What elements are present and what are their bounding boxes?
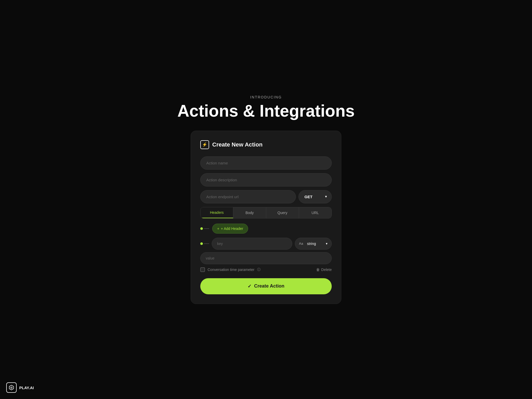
logo-icon xyxy=(6,382,17,393)
checkmark-icon: ✓ xyxy=(248,283,251,289)
bolt-icon: ⚡ xyxy=(200,140,209,149)
line-connector-2 xyxy=(204,243,209,244)
action-description-group xyxy=(200,173,332,187)
trash-icon: 🗑 xyxy=(316,268,320,272)
conversation-time-checkbox[interactable] xyxy=(200,267,205,272)
checkbox-row: Conversation time parameter ⓘ 🗑 Delete xyxy=(200,267,332,272)
logo-text: PLAY.AI xyxy=(19,385,34,390)
create-action-label: Create Action xyxy=(254,283,284,289)
checkbox-left: Conversation time parameter ⓘ xyxy=(200,267,261,272)
add-header-icon: + xyxy=(217,227,219,231)
type-select-wrapper: Aa string number boolean ▼ xyxy=(295,238,332,250)
conversation-time-label: Conversation time parameter xyxy=(208,268,255,272)
key-input[interactable] xyxy=(212,238,292,250)
key-type-row: Aa string number boolean ▼ xyxy=(200,238,332,250)
add-header-row: + + Add Header xyxy=(200,224,332,234)
delete-label: Delete xyxy=(321,268,332,272)
info-icon[interactable]: ⓘ xyxy=(257,267,261,272)
line-connector-1 xyxy=(204,228,209,229)
method-select[interactable]: GET POST PUT PATCH DELETE xyxy=(298,190,332,203)
value-input[interactable] xyxy=(200,252,332,264)
card-title: Create New Action xyxy=(212,141,263,148)
delete-button[interactable]: 🗑 Delete xyxy=(316,268,332,272)
create-action-button[interactable]: ✓ Create Action xyxy=(200,278,332,294)
bullet-dot-2 xyxy=(200,242,203,245)
card-header: ⚡ Create New Action xyxy=(200,140,332,149)
type-select[interactable]: string number boolean xyxy=(295,238,332,250)
bullet-dot-1 xyxy=(200,227,203,230)
action-description-input[interactable] xyxy=(200,173,332,187)
tabs-container: Headers Body Query URL xyxy=(200,207,332,218)
page-title: Actions & Integrations xyxy=(177,102,355,120)
tab-body[interactable]: Body xyxy=(233,207,266,218)
add-header-label: + Add Header xyxy=(221,227,243,231)
bullet-connector-2 xyxy=(200,242,209,245)
bullet-connector-1 xyxy=(200,227,209,230)
add-header-button[interactable]: + + Add Header xyxy=(212,224,248,234)
introducing-label: INTRODUCING xyxy=(177,95,355,99)
action-name-group xyxy=(200,156,332,170)
footer-logo: PLAY.AI xyxy=(6,382,34,393)
endpoint-row: GET POST PUT PATCH DELETE ▼ xyxy=(200,190,332,203)
method-select-wrapper: GET POST PUT PATCH DELETE ▼ xyxy=(298,190,332,203)
tab-query[interactable]: Query xyxy=(266,207,299,218)
tab-headers[interactable]: Headers xyxy=(201,207,233,218)
action-name-input[interactable] xyxy=(200,156,332,170)
tab-url[interactable]: URL xyxy=(299,207,331,218)
endpoint-url-input[interactable] xyxy=(200,190,296,203)
create-action-card: ⚡ Create New Action GET POST PUT PATCH D… xyxy=(191,131,341,304)
